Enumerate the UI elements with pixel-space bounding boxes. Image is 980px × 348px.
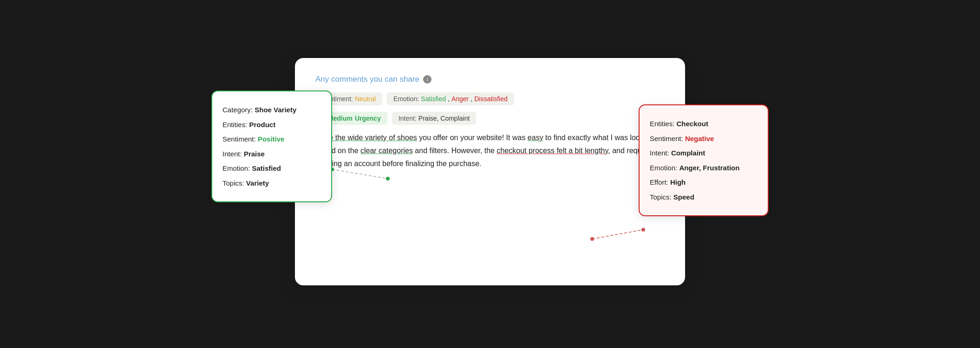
lc-category-value: Shoe Variety xyxy=(255,106,296,114)
rc-intent-value: Complaint xyxy=(671,149,705,157)
rc-sentiment-value: Negative xyxy=(685,135,714,142)
emotion-anger: Anger xyxy=(451,95,469,103)
emotion-dissatisfied: Dissatisfied xyxy=(474,95,508,103)
lc-intent-row: Intent: Praise xyxy=(222,147,321,161)
right-card: Entities: Checkout Sentiment: Negative I… xyxy=(639,104,769,216)
rc-emotion-label: Emotion: xyxy=(650,164,677,172)
main-card: Any comments you can share i Sentiment: … xyxy=(295,58,685,285)
lc-emotion-row: Emotion: Satisfied xyxy=(222,161,321,176)
intent-values: Praise, Complaint xyxy=(418,115,470,122)
rc-topics-label: Topics: xyxy=(650,193,672,201)
lc-topics-value: Variety xyxy=(246,179,269,187)
rc-effort-label: Effort: xyxy=(650,178,668,186)
tags-row-2: Medium Urgency Intent: Praise, Complaint xyxy=(315,112,665,125)
intent-tag: Intent: Praise, Complaint xyxy=(392,112,476,125)
section-title: Any comments you can share i xyxy=(315,75,665,84)
lc-emotion-value: Satisfied xyxy=(252,164,281,172)
lc-intent-label: Intent: xyxy=(222,150,242,158)
phrase-easy: easy xyxy=(528,134,543,142)
lc-category-label: Category: xyxy=(222,106,253,114)
lc-emotion-label: Emotion: xyxy=(222,164,250,172)
urgency-suffix: Urgency xyxy=(355,115,381,122)
lc-entities-value: Product xyxy=(249,121,276,129)
rc-entities-value: Checkout xyxy=(677,120,708,128)
lc-intent-value: Praise xyxy=(244,150,265,158)
phrase-categories: clear categories xyxy=(360,147,413,155)
emotion-label: Emotion: xyxy=(393,95,419,103)
lc-topics-label: Topics: xyxy=(222,179,244,187)
rc-topics-value: Speed xyxy=(673,193,694,201)
rc-emotion-row: Emotion: Anger, Frustration xyxy=(650,161,758,175)
lc-sentiment-row: Sentiment: Positive xyxy=(222,132,321,147)
sentiment-value: Neutral xyxy=(355,95,376,103)
phrase-shoes: love the wide variety of shoes xyxy=(320,134,417,142)
lc-category-row: Category: Shoe Variety xyxy=(222,103,321,117)
section-title-text: Any comments you can share xyxy=(315,75,419,84)
rc-intent-label: Intent: xyxy=(650,149,669,157)
lc-sentiment-value: Positive xyxy=(258,135,285,143)
intent-label: Intent: xyxy=(399,115,417,122)
rc-emotion-value: Anger, Frustration xyxy=(679,164,739,172)
body-text: I love the wide variety of shoes you off… xyxy=(315,131,665,170)
phrase-checkout: checkout process felt a bit lengthy xyxy=(497,147,608,155)
lc-topics-row: Topics: Variety xyxy=(222,176,321,191)
emotion-satisfied: Satisfied xyxy=(421,95,446,103)
rc-entities-row: Entities: Checkout xyxy=(650,116,758,131)
left-card: Category: Shoe Variety Entities: Product… xyxy=(211,90,332,202)
emotion-tag: Emotion: Satisfied, Anger, Dissatisfied xyxy=(387,92,514,105)
rc-sentiment-row: Sentiment: Negative xyxy=(650,131,758,146)
lc-sentiment-label: Sentiment: xyxy=(222,135,256,143)
body-mid3: and filters. However, the xyxy=(413,147,497,155)
body-mid1: you offer on your website! It was xyxy=(417,134,528,142)
rc-effort-row: Effort: High xyxy=(650,175,758,190)
tags-row-1: Sentiment: Neutral Emotion: Satisfied, A… xyxy=(315,92,665,105)
info-icon[interactable]: i xyxy=(423,75,431,84)
rc-sentiment-label: Sentiment: xyxy=(650,135,683,142)
rc-topics-row: Topics: Speed xyxy=(650,190,758,205)
rc-intent-row: Intent: Complaint xyxy=(650,146,758,161)
lc-entities-label: Entities: xyxy=(222,121,247,129)
lc-entities-row: Entities: Product xyxy=(222,117,321,132)
rc-effort-value: High xyxy=(670,178,686,186)
rc-entities-label: Entities: xyxy=(650,120,674,128)
